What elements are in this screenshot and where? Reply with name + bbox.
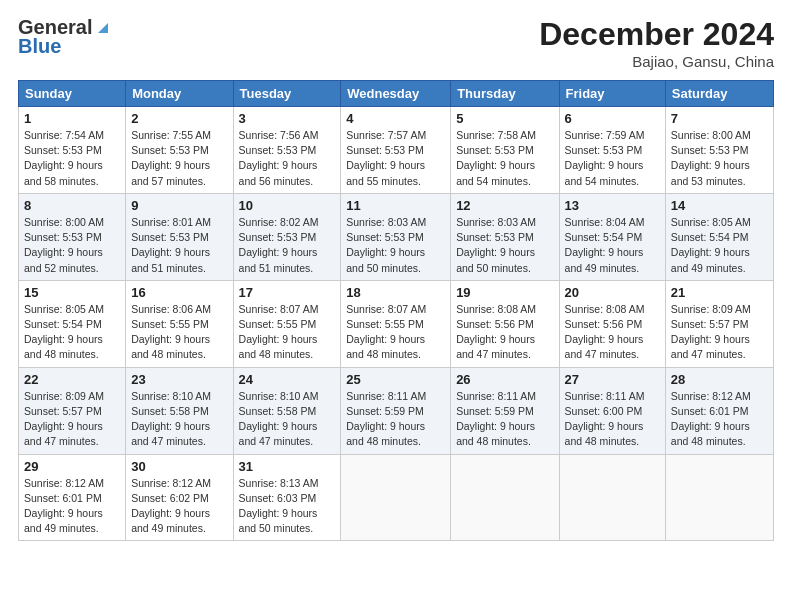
day-info: Sunrise: 8:12 AM Sunset: 6:01 PM Dayligh… bbox=[671, 389, 768, 450]
day-number: 12 bbox=[456, 198, 553, 213]
calendar-cell: 7 Sunrise: 8:00 AM Sunset: 5:53 PM Dayli… bbox=[665, 107, 773, 194]
day-info: Sunrise: 7:59 AM Sunset: 5:53 PM Dayligh… bbox=[565, 128, 660, 189]
day-info: Sunrise: 8:00 AM Sunset: 5:53 PM Dayligh… bbox=[24, 215, 120, 276]
day-info: Sunrise: 8:11 AM Sunset: 5:59 PM Dayligh… bbox=[346, 389, 445, 450]
day-number: 15 bbox=[24, 285, 120, 300]
calendar-cell: 18 Sunrise: 8:07 AM Sunset: 5:55 PM Dayl… bbox=[341, 280, 451, 367]
day-info: Sunrise: 8:06 AM Sunset: 5:55 PM Dayligh… bbox=[131, 302, 227, 363]
day-info: Sunrise: 8:12 AM Sunset: 6:01 PM Dayligh… bbox=[24, 476, 120, 537]
calendar-cell: 27 Sunrise: 8:11 AM Sunset: 6:00 PM Dayl… bbox=[559, 367, 665, 454]
day-number: 1 bbox=[24, 111, 120, 126]
day-number: 16 bbox=[131, 285, 227, 300]
calendar-cell: 25 Sunrise: 8:11 AM Sunset: 5:59 PM Dayl… bbox=[341, 367, 451, 454]
calendar-cell: 9 Sunrise: 8:01 AM Sunset: 5:53 PM Dayli… bbox=[126, 193, 233, 280]
calendar-table: SundayMondayTuesdayWednesdayThursdayFrid… bbox=[18, 80, 774, 541]
day-number: 7 bbox=[671, 111, 768, 126]
col-header-monday: Monday bbox=[126, 81, 233, 107]
day-number: 3 bbox=[239, 111, 336, 126]
calendar-cell: 3 Sunrise: 7:56 AM Sunset: 5:53 PM Dayli… bbox=[233, 107, 341, 194]
day-info: Sunrise: 7:55 AM Sunset: 5:53 PM Dayligh… bbox=[131, 128, 227, 189]
calendar-cell: 17 Sunrise: 8:07 AM Sunset: 5:55 PM Dayl… bbox=[233, 280, 341, 367]
day-number: 29 bbox=[24, 459, 120, 474]
title-block: December 2024 Bajiao, Gansu, China bbox=[539, 16, 774, 70]
day-info: Sunrise: 8:05 AM Sunset: 5:54 PM Dayligh… bbox=[24, 302, 120, 363]
calendar-cell: 8 Sunrise: 8:00 AM Sunset: 5:53 PM Dayli… bbox=[19, 193, 126, 280]
day-info: Sunrise: 8:08 AM Sunset: 5:56 PM Dayligh… bbox=[456, 302, 553, 363]
col-header-sunday: Sunday bbox=[19, 81, 126, 107]
day-number: 8 bbox=[24, 198, 120, 213]
calendar-cell: 5 Sunrise: 7:58 AM Sunset: 5:53 PM Dayli… bbox=[451, 107, 559, 194]
logo-blue: Blue bbox=[18, 35, 61, 58]
calendar-cell: 29 Sunrise: 8:12 AM Sunset: 6:01 PM Dayl… bbox=[19, 454, 126, 541]
day-number: 19 bbox=[456, 285, 553, 300]
page: General Blue December 2024 Bajiao, Gansu… bbox=[0, 0, 792, 612]
day-number: 28 bbox=[671, 372, 768, 387]
calendar-cell: 4 Sunrise: 7:57 AM Sunset: 5:53 PM Dayli… bbox=[341, 107, 451, 194]
day-info: Sunrise: 7:58 AM Sunset: 5:53 PM Dayligh… bbox=[456, 128, 553, 189]
day-number: 21 bbox=[671, 285, 768, 300]
calendar-cell: 19 Sunrise: 8:08 AM Sunset: 5:56 PM Dayl… bbox=[451, 280, 559, 367]
day-number: 20 bbox=[565, 285, 660, 300]
day-number: 24 bbox=[239, 372, 336, 387]
day-info: Sunrise: 8:10 AM Sunset: 5:58 PM Dayligh… bbox=[131, 389, 227, 450]
day-info: Sunrise: 8:00 AM Sunset: 5:53 PM Dayligh… bbox=[671, 128, 768, 189]
day-number: 10 bbox=[239, 198, 336, 213]
day-info: Sunrise: 8:03 AM Sunset: 5:53 PM Dayligh… bbox=[346, 215, 445, 276]
calendar-cell bbox=[559, 454, 665, 541]
logo: General Blue bbox=[18, 16, 112, 58]
day-info: Sunrise: 8:02 AM Sunset: 5:53 PM Dayligh… bbox=[239, 215, 336, 276]
calendar-cell: 1 Sunrise: 7:54 AM Sunset: 5:53 PM Dayli… bbox=[19, 107, 126, 194]
day-number: 25 bbox=[346, 372, 445, 387]
col-header-thursday: Thursday bbox=[451, 81, 559, 107]
calendar-cell bbox=[451, 454, 559, 541]
day-number: 11 bbox=[346, 198, 445, 213]
day-number: 2 bbox=[131, 111, 227, 126]
day-number: 13 bbox=[565, 198, 660, 213]
calendar-cell bbox=[341, 454, 451, 541]
day-number: 30 bbox=[131, 459, 227, 474]
calendar-cell: 12 Sunrise: 8:03 AM Sunset: 5:53 PM Dayl… bbox=[451, 193, 559, 280]
day-info: Sunrise: 8:13 AM Sunset: 6:03 PM Dayligh… bbox=[239, 476, 336, 537]
day-number: 22 bbox=[24, 372, 120, 387]
logo-triangle-icon bbox=[94, 19, 112, 37]
day-number: 27 bbox=[565, 372, 660, 387]
col-header-tuesday: Tuesday bbox=[233, 81, 341, 107]
day-info: Sunrise: 8:09 AM Sunset: 5:57 PM Dayligh… bbox=[24, 389, 120, 450]
col-header-saturday: Saturday bbox=[665, 81, 773, 107]
day-number: 17 bbox=[239, 285, 336, 300]
day-number: 18 bbox=[346, 285, 445, 300]
calendar-cell: 13 Sunrise: 8:04 AM Sunset: 5:54 PM Dayl… bbox=[559, 193, 665, 280]
day-info: Sunrise: 8:11 AM Sunset: 5:59 PM Dayligh… bbox=[456, 389, 553, 450]
col-header-wednesday: Wednesday bbox=[341, 81, 451, 107]
day-info: Sunrise: 8:03 AM Sunset: 5:53 PM Dayligh… bbox=[456, 215, 553, 276]
day-info: Sunrise: 8:01 AM Sunset: 5:53 PM Dayligh… bbox=[131, 215, 227, 276]
day-number: 14 bbox=[671, 198, 768, 213]
day-info: Sunrise: 7:56 AM Sunset: 5:53 PM Dayligh… bbox=[239, 128, 336, 189]
calendar-cell: 6 Sunrise: 7:59 AM Sunset: 5:53 PM Dayli… bbox=[559, 107, 665, 194]
calendar-cell: 2 Sunrise: 7:55 AM Sunset: 5:53 PM Dayli… bbox=[126, 107, 233, 194]
day-info: Sunrise: 8:12 AM Sunset: 6:02 PM Dayligh… bbox=[131, 476, 227, 537]
day-number: 31 bbox=[239, 459, 336, 474]
col-header-friday: Friday bbox=[559, 81, 665, 107]
calendar-cell: 22 Sunrise: 8:09 AM Sunset: 5:57 PM Dayl… bbox=[19, 367, 126, 454]
month-title: December 2024 bbox=[539, 16, 774, 53]
day-number: 4 bbox=[346, 111, 445, 126]
day-number: 9 bbox=[131, 198, 227, 213]
calendar-cell bbox=[665, 454, 773, 541]
calendar-cell: 21 Sunrise: 8:09 AM Sunset: 5:57 PM Dayl… bbox=[665, 280, 773, 367]
day-number: 5 bbox=[456, 111, 553, 126]
calendar-cell: 16 Sunrise: 8:06 AM Sunset: 5:55 PM Dayl… bbox=[126, 280, 233, 367]
day-info: Sunrise: 8:05 AM Sunset: 5:54 PM Dayligh… bbox=[671, 215, 768, 276]
location: Bajiao, Gansu, China bbox=[539, 53, 774, 70]
day-info: Sunrise: 8:04 AM Sunset: 5:54 PM Dayligh… bbox=[565, 215, 660, 276]
day-info: Sunrise: 7:54 AM Sunset: 5:53 PM Dayligh… bbox=[24, 128, 120, 189]
calendar-cell: 11 Sunrise: 8:03 AM Sunset: 5:53 PM Dayl… bbox=[341, 193, 451, 280]
day-info: Sunrise: 8:07 AM Sunset: 5:55 PM Dayligh… bbox=[346, 302, 445, 363]
calendar-cell: 20 Sunrise: 8:08 AM Sunset: 5:56 PM Dayl… bbox=[559, 280, 665, 367]
calendar-cell: 14 Sunrise: 8:05 AM Sunset: 5:54 PM Dayl… bbox=[665, 193, 773, 280]
day-info: Sunrise: 8:07 AM Sunset: 5:55 PM Dayligh… bbox=[239, 302, 336, 363]
calendar-cell: 28 Sunrise: 8:12 AM Sunset: 6:01 PM Dayl… bbox=[665, 367, 773, 454]
day-info: Sunrise: 7:57 AM Sunset: 5:53 PM Dayligh… bbox=[346, 128, 445, 189]
day-number: 26 bbox=[456, 372, 553, 387]
calendar-cell: 15 Sunrise: 8:05 AM Sunset: 5:54 PM Dayl… bbox=[19, 280, 126, 367]
